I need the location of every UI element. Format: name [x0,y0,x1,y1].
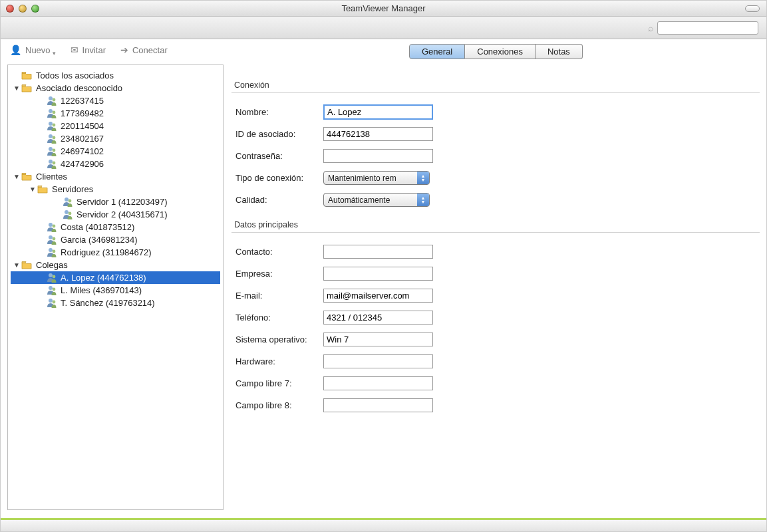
person-icon [47,134,57,144]
label-quality: Calidad: [231,195,323,205]
input-os[interactable] [323,332,433,346]
invite-button[interactable]: ✉ Invitar [71,45,106,55]
connect-label: Conectar [132,45,168,55]
label-contacto: Contacto: [231,247,323,257]
tree-partner[interactable]: T. Sánchez (419763214) [11,297,220,309]
person-icon [47,222,57,232]
tree-folder-unknown[interactable]: ▼ Asociado desconocido [11,82,220,94]
input-email[interactable] [323,289,433,303]
tree-root[interactable]: ▶ Todos los asociados [11,69,220,82]
section-title-connection: Conexión [234,80,760,90]
person-icon [63,197,73,207]
window-title: TeamViewer Manager [1,3,766,13]
label-campo8: Campo libre 8: [231,400,323,410]
toolbar-toggle-icon[interactable] [745,5,760,12]
label-empresa: Empresa: [231,269,323,279]
input-telefono[interactable] [323,311,433,325]
disclosure-icon[interactable]: ▼ [13,84,20,92]
section-title-maindata: Datos principales [234,220,760,229]
label-os: Sistema operativo: [231,334,323,344]
sidebar: ▶ Todos los asociados ▼ Asociado descono… [7,65,224,510]
person-icon [47,96,57,106]
disclosure-icon[interactable]: ▼ [13,173,20,180]
footer [1,519,766,531]
input-campo7[interactable] [323,376,433,390]
select-caret-icon: ▲▼ [417,172,429,184]
person-icon [47,298,57,308]
divider [231,92,760,93]
disclosure-icon[interactable]: ▼ [13,261,20,269]
tree-partner[interactable]: 424742906 [11,158,220,170]
tree-partner[interactable]: 246974102 [11,145,220,158]
input-password[interactable] [323,149,433,163]
tree-partner[interactable]: 177369482 [11,107,220,120]
person-icon [47,146,57,156]
label-id: ID de asociado: [231,129,323,139]
tab-connections[interactable]: Conexiones [465,44,536,59]
chevron-down-icon: ▾ [53,50,56,57]
searchbar: ⌕ [1,17,766,39]
label-nombre: Nombre: [231,107,323,117]
tab-notes[interactable]: Notas [536,44,583,59]
tree-partner[interactable]: Servidor 2 (404315671) [11,208,220,221]
input-empresa[interactable] [323,267,433,281]
folder-icon [21,84,32,92]
arrow-right-icon: ➔ [120,45,128,55]
person-icon [47,108,57,118]
select-caret-icon: ▲▼ [417,194,429,206]
person-icon [47,121,57,131]
tree-partner[interactable]: 234802167 [11,132,220,145]
tree-folder-colleagues[interactable]: ▼ Colegas [11,259,220,271]
person-icon [47,247,57,257]
tree-partner[interactable]: 122637415 [11,94,220,107]
input-campo8[interactable] [323,398,433,412]
input-hardware[interactable] [323,354,433,368]
label-conn-type: Tipo de conexión: [231,173,323,183]
person-icon [63,209,73,219]
input-contacto[interactable] [323,245,433,259]
select-quality[interactable]: Automáticamente ▲▼ [323,193,430,207]
invite-label: Invitar [82,45,106,55]
person-icon [47,235,57,245]
tree-partner[interactable]: Garcia (346981234) [11,233,220,246]
connect-button[interactable]: ➔ Conectar [120,45,168,55]
input-nombre[interactable] [323,104,433,120]
tree-partner[interactable]: 220114504 [11,120,220,132]
tree-partner[interactable]: Costa (401873512) [11,221,220,233]
label-campo7: Campo libre 7: [231,378,323,388]
label-telefono: Teléfono: [231,313,323,323]
tab-general[interactable]: General [409,44,465,59]
toolbar: 👤 Nuevo ▾ ✉ Invitar ➔ Conectar [1,39,766,59]
minimize-window-icon[interactable] [19,5,27,13]
tree-partner[interactable]: Rodriguez (311984672) [11,246,220,259]
tree-folder-clients[interactable]: ▼ Clientes [11,170,220,183]
tree-partner[interactable]: L. Miles (436970143) [11,284,220,297]
folder-icon [21,261,32,269]
folder-icon [21,71,32,80]
close-window-icon[interactable] [6,5,14,13]
tree-partner-selected[interactable]: A. Lopez (444762138) [11,271,220,284]
detail-panel: Conexión Nombre: ID de asociado: Contras… [231,65,760,510]
person-icon [47,285,57,295]
label-hardware: Hardware: [231,356,323,366]
new-label: Nuevo [25,45,51,55]
zoom-window-icon[interactable] [31,5,39,13]
titlebar: TeamViewer Manager [1,1,766,17]
add-person-icon: 👤 [10,45,21,55]
tree-partner[interactable]: Servidor 1 (412203497) [11,196,220,208]
disclosure-icon[interactable]: ▼ [29,186,36,193]
input-id[interactable] [323,127,433,141]
search-icon: ⌕ [648,23,653,33]
divider [231,232,760,233]
tab-strip: General Conexiones Notas [409,44,583,59]
label-email: E-mail: [231,291,323,301]
person-icon [47,159,57,169]
tree-folder-servers[interactable]: ▼ Servidores [11,183,220,196]
new-button[interactable]: 👤 Nuevo ▾ [10,43,56,57]
envelope-icon: ✉ [71,45,78,55]
resize-handle-icon[interactable]: ⋮ [220,311,224,326]
search-input[interactable] [657,21,758,35]
select-conn-type[interactable]: Mantenimiento rem ▲▼ [323,171,430,185]
label-password: Contraseña: [231,151,323,161]
person-icon [47,273,57,283]
